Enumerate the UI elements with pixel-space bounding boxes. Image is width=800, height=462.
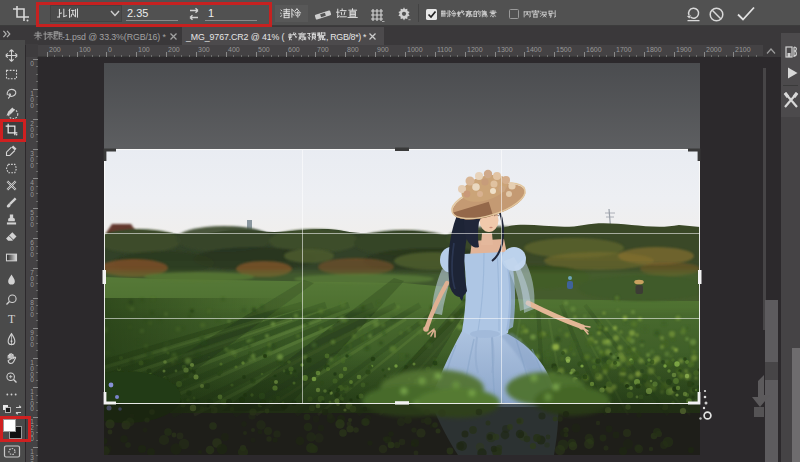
svg-text:T: T	[8, 313, 15, 326]
